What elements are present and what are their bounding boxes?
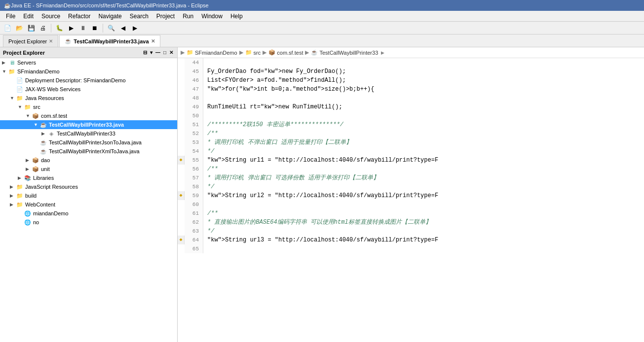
tree-container: ▶🖥Servers▼📁SFmiandanDemo📄Deployment Desc…: [0, 58, 177, 227]
menu-item-window[interactable]: Window: [197, 12, 227, 21]
line-content-58: */: [203, 182, 644, 191]
window-icon: ☕: [4, 2, 11, 9]
code-line-60: 60: [178, 200, 644, 209]
tree-arrow-6[interactable]: ▼: [26, 113, 32, 118]
forward-button[interactable]: ▶: [129, 23, 140, 34]
tree-icon-7: ☕: [39, 121, 47, 129]
code-container[interactable]: 44 45 Fy_OrderDao fod="kw">new Fy_OrderD…: [178, 58, 644, 342]
line-num-54: 54: [185, 147, 203, 156]
menu-item-file[interactable]: File: [2, 12, 19, 21]
tree-item-2[interactable]: 📄Deployment Descriptor: SFmiandanDemo: [0, 76, 177, 85]
tree-item-8[interactable]: ▶◈TestCallWaybillPrinter33: [0, 129, 177, 138]
tree-arrow-11[interactable]: ▶: [26, 158, 32, 163]
tree-item-18[interactable]: 🌐no: [0, 218, 177, 227]
tree-arrow-0[interactable]: ▶: [2, 60, 8, 65]
menu-item-refactor[interactable]: Refactor: [64, 12, 94, 21]
tree-icon-0: 🖥: [8, 59, 16, 67]
tree-item-12[interactable]: ▶📦unit: [0, 165, 177, 173]
tree-arrow-16[interactable]: ▶: [10, 202, 16, 207]
tree-label-13: Libraries: [33, 175, 54, 181]
code-line-51: 51 /*********2联150 丰密运单**************/: [178, 120, 644, 129]
tree-item-11[interactable]: ▶📦dao: [0, 156, 177, 165]
tree-arrow-13[interactable]: ▶: [18, 175, 24, 180]
debug-button[interactable]: 🐛: [54, 23, 65, 34]
run-button[interactable]: ▶: [66, 23, 76, 34]
menu-item-search[interactable]: Search: [126, 12, 152, 21]
tree-label-5: src: [33, 104, 40, 110]
sidebar-collapse-btn[interactable]: ⊟: [142, 49, 148, 56]
tree-label-9: TestCallWaybillPrinterJsonToJava.java: [49, 139, 142, 145]
pause-button[interactable]: ⏸: [77, 23, 88, 34]
project-explorer-tab[interactable]: Project Explorer ✕: [3, 35, 58, 47]
tree-item-16[interactable]: ▶📁WebContent: [0, 200, 177, 209]
tree-item-7[interactable]: ▼☕TestCallWaybillPrinter33.java: [0, 120, 177, 129]
line-content-50: [203, 111, 644, 120]
line-num-63: 63: [185, 227, 203, 236]
sidebar-close-btn[interactable]: ✕: [168, 49, 174, 56]
breadcrumb-item-project[interactable]: 📁 SFmiandanDemo: [187, 49, 237, 56]
tree-arrow-7[interactable]: ▼: [34, 122, 39, 127]
tree-item-13[interactable]: ▶📚Libraries: [0, 173, 177, 182]
tree-item-9[interactable]: ☕TestCallWaybillPrinterJsonToJava.java: [0, 138, 177, 147]
tree-arrow-14[interactable]: ▶: [10, 184, 16, 189]
sidebar-min-btn[interactable]: —: [154, 49, 161, 56]
breadcrumb-item-class[interactable]: ☕ TestCallWaybillPrinter33: [311, 49, 378, 56]
tree-item-10[interactable]: ☕TestCallWaybillPrinterXmlToJava.java: [0, 147, 177, 156]
breadcrumb-src-icon: 📁: [245, 49, 252, 56]
tree-item-5[interactable]: ▼📁src: [0, 103, 177, 111]
line-num-55: 55: [185, 156, 203, 165]
line-marker-64: ◆: [178, 236, 185, 244]
line-content-53: * 调用打印机 不弹出窗口 适用于批量打印【二联单】: [203, 138, 644, 147]
breadcrumb-class-label: TestCallWaybillPrinter33: [319, 50, 378, 56]
tree-item-4[interactable]: ▼📁Java Resources: [0, 94, 177, 103]
marker-icon-59: ◆: [179, 191, 182, 200]
line-content-64: "kw">String url3 = "http://localhost:404…: [203, 236, 644, 244]
tree-icon-14: 📁: [16, 183, 24, 191]
tree-item-17[interactable]: 🌐miandanDemo: [0, 209, 177, 218]
breadcrumb-item-src[interactable]: 📁 src: [245, 49, 261, 56]
code-line-44: 44: [178, 58, 644, 67]
tree-arrow-12[interactable]: ▶: [26, 167, 32, 171]
menu-item-help[interactable]: Help: [227, 12, 247, 21]
menu-item-source[interactable]: Source: [38, 12, 64, 21]
tree-item-15[interactable]: ▶📁build: [0, 191, 177, 200]
tree-icon-15: 📁: [16, 192, 24, 200]
new-button[interactable]: 📄: [2, 23, 13, 34]
breadcrumb-package-icon: 📦: [268, 49, 275, 56]
tree-arrow-4[interactable]: ▼: [10, 96, 16, 101]
code-line-53: 53 * 调用打印机 不弹出窗口 适用于批量打印【二联单】: [178, 138, 644, 147]
tree-arrow-8[interactable]: ▶: [41, 131, 47, 136]
menu-item-project[interactable]: Project: [152, 12, 179, 21]
tree-label-12: unit: [41, 166, 50, 172]
separator-2: [103, 24, 103, 33]
tree-arrow-5[interactable]: ▼: [18, 104, 24, 109]
save-button[interactable]: 💾: [26, 23, 37, 34]
open-button[interactable]: 📂: [14, 23, 25, 34]
line-content-52: /**: [203, 129, 644, 138]
code-line-63: 63 */: [178, 227, 644, 236]
tree-item-3[interactable]: 📄JAX-WS Web Services: [0, 85, 177, 94]
menu-item-navigate[interactable]: Navigate: [94, 12, 125, 21]
tree-label-11: dao: [41, 157, 50, 163]
print-button[interactable]: 🖨: [38, 23, 48, 34]
editor-tab-main[interactable]: ☕ TestCallWaybillPrinter33.java ✕: [59, 35, 160, 47]
breadcrumb-item-package[interactable]: 📦 com.sf.test: [268, 49, 303, 56]
project-explorer-close[interactable]: ✕: [49, 38, 53, 44]
sidebar-menu-btn[interactable]: ▾: [149, 49, 153, 56]
tree-item-6[interactable]: ▼📦com.sf.test: [0, 111, 177, 120]
stop-button[interactable]: ⏹: [89, 23, 100, 34]
search-button[interactable]: 🔍: [106, 23, 116, 34]
line-num-50: 50: [185, 111, 203, 120]
menu-item-edit[interactable]: Edit: [19, 12, 38, 21]
tree-item-14[interactable]: ▶📁JavaScript Resources: [0, 182, 177, 191]
back-button[interactable]: ◀: [117, 23, 128, 34]
tree-arrow-1[interactable]: ▼: [2, 69, 8, 74]
menu-item-run[interactable]: Run: [179, 12, 197, 21]
line-num-62: 62: [185, 218, 203, 227]
tree-item-0[interactable]: ▶🖥Servers: [0, 58, 177, 67]
tree-item-1[interactable]: ▼📁SFmiandanDemo: [0, 67, 177, 76]
sidebar-max-btn[interactable]: □: [162, 49, 167, 56]
editor-tab-close[interactable]: ✕: [151, 38, 155, 44]
tree-arrow-15[interactable]: ▶: [10, 193, 16, 198]
separator-1: [51, 24, 51, 33]
